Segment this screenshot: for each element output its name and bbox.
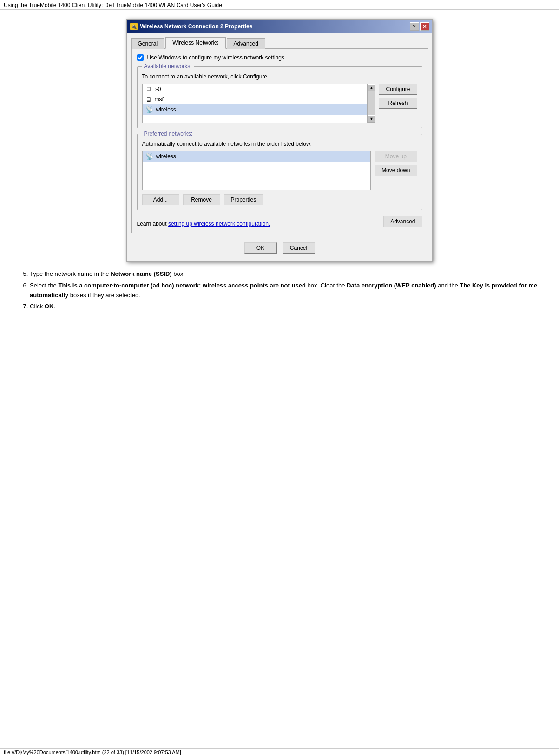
tab-advanced[interactable]: Advanced <box>227 38 265 49</box>
learn-advanced-row: Learn about setting up wireless network … <box>137 216 422 227</box>
tab-bar: General Wireless Networks Advanced <box>131 37 428 48</box>
titlebar-buttons: ? ✕ <box>410 22 429 31</box>
available-networks-list-row: 🖥 :-0 🖥 msft 📡 wireless <box>142 84 417 123</box>
scroll-down-arrow[interactable]: ▼ <box>368 115 375 123</box>
preferred-networks-content: Automatically connect to available netwo… <box>142 141 417 205</box>
network-item-1[interactable]: 🖥 msft <box>143 94 375 104</box>
ok-cancel-row: OK Cancel <box>131 239 428 257</box>
move-down-button[interactable]: Move down <box>375 165 417 176</box>
scroll-up-arrow[interactable]: ▲ <box>368 84 375 91</box>
dialog-icon: 🔌 <box>130 23 138 30</box>
network-icon-0: 🖥 <box>145 85 152 93</box>
tab-general[interactable]: General <box>131 38 165 49</box>
learn-text: Learn about setting up wireless network … <box>137 221 270 227</box>
available-networks-label: Available networks: <box>142 63 194 70</box>
cancel-button[interactable]: Cancel <box>283 242 315 254</box>
instruction-5: Type the network name in the Network nam… <box>30 269 540 279</box>
checkbox-row: Use Windows to configure my wireless net… <box>137 54 422 61</box>
page-title: Using the TrueMobile 1400 Client Utility… <box>0 0 559 10</box>
dialog-window: 🔌 Wireless Network Connection 2 Properti… <box>126 19 433 262</box>
preferred-networks-description: Automatically connect to available netwo… <box>142 141 417 147</box>
preferred-networks-group: Preferred networks: Automatically connec… <box>137 134 422 210</box>
available-scrollbar[interactable]: ▲ ▼ <box>367 84 375 123</box>
close-button[interactable]: ✕ <box>420 22 429 31</box>
preferred-networks-label: Preferred networks: <box>142 130 195 137</box>
dialog-body: General Wireless Networks Advanced Use W… <box>127 33 432 261</box>
add-button[interactable]: Add... <box>142 194 179 205</box>
preferred-networks-list[interactable]: 📡 wireless <box>142 151 371 190</box>
available-networks-list[interactable]: 🖥 :-0 🖥 msft 📡 wireless <box>142 84 375 123</box>
refresh-button[interactable]: Refresh <box>379 98 417 109</box>
help-button[interactable]: ? <box>410 22 419 31</box>
dialog-panel: Use Windows to configure my wireless net… <box>131 48 428 233</box>
preferred-list-row: 📡 wireless Move up Move down <box>142 151 417 190</box>
preferred-item-0[interactable]: 📡 wireless <box>143 151 371 162</box>
dialog-title: Wireless Network Connection 2 Properties <box>140 23 253 30</box>
ok-button[interactable]: OK <box>244 242 277 254</box>
network-item-2[interactable]: 📡 wireless <box>143 104 375 115</box>
preferred-icon-0: 📡 <box>145 153 153 160</box>
learn-link[interactable]: setting up wireless network configuratio… <box>168 221 270 227</box>
instruction-6: Select the This is a computer-to-compute… <box>30 281 540 300</box>
network-name-0: :-0 <box>155 86 161 92</box>
preferred-bottom-buttons: Add... Remove Properties <box>142 194 417 205</box>
use-windows-checkbox[interactable] <box>137 54 144 61</box>
tab-wireless-networks[interactable]: Wireless Networks <box>165 37 225 49</box>
title-left: 🔌 Wireless Network Connection 2 Properti… <box>130 23 253 30</box>
available-side-buttons: Configure Refresh <box>379 84 417 109</box>
learn-label: Learn about <box>137 221 167 227</box>
preferred-side-buttons: Move up Move down <box>375 151 417 176</box>
instructions: Type the network name in the Network nam… <box>19 269 540 312</box>
move-up-button[interactable]: Move up <box>375 151 417 162</box>
preferred-name-0: wireless <box>156 153 176 160</box>
network-name-1: msft <box>155 96 165 103</box>
checkbox-label: Use Windows to configure my wireless net… <box>147 54 284 61</box>
network-item-0[interactable]: 🖥 :-0 <box>143 84 375 94</box>
properties-button[interactable]: Properties <box>224 194 263 205</box>
network-name-2: wireless <box>156 106 176 113</box>
advanced-button[interactable]: Advanced <box>383 216 422 227</box>
remove-button[interactable]: Remove <box>183 194 220 205</box>
network-icon-2: 📡 <box>145 106 153 113</box>
instruction-7: Click OK. <box>30 302 540 312</box>
available-networks-group: Available networks: To connect to an ava… <box>137 66 422 128</box>
dialog-titlebar: 🔌 Wireless Network Connection 2 Properti… <box>127 20 432 33</box>
available-networks-description: To connect to an available network, clic… <box>142 73 417 80</box>
configure-button[interactable]: Configure <box>379 84 417 95</box>
network-icon-1: 🖥 <box>145 96 152 103</box>
footer-bar: file:///D|/My%20Documents/1400/utility.h… <box>0 748 559 756</box>
available-networks-content: To connect to an available network, clic… <box>142 73 417 123</box>
